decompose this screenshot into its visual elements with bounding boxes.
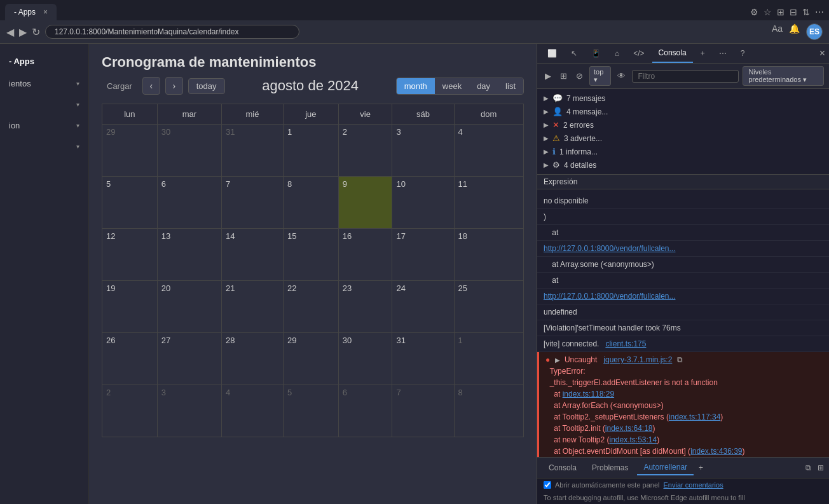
- send-feedback-link[interactable]: Enviar comentarios: [663, 481, 723, 489]
- calendar-day-cell[interactable]: 8: [283, 177, 338, 229]
- calendar-day-cell[interactable]: 2: [102, 385, 158, 437]
- calendar-day-cell[interactable]: 1: [454, 333, 524, 385]
- devtools-tab-inspect[interactable]: ⬜: [541, 44, 563, 62]
- bottom-tab-autofill[interactable]: Autorrellenar: [637, 460, 694, 475]
- today-button[interactable]: today: [188, 78, 225, 94]
- error-link-4[interactable]: index.ts:53:14: [610, 435, 657, 444]
- sidebar-item-2[interactable]: ▾: [0, 95, 88, 114]
- calendar-day-cell[interactable]: 26: [102, 333, 158, 385]
- settings-icon[interactable]: ⚙: [750, 7, 758, 17]
- eye-icon[interactable]: 👁: [615, 70, 628, 82]
- msg-user-messages[interactable]: ▶ 👤 4 mensaje...: [537, 105, 829, 118]
- calendar-day-cell[interactable]: 23: [338, 281, 392, 333]
- calendar-day-cell[interactable]: 30: [157, 125, 221, 177]
- view-week-button[interactable]: week: [435, 78, 469, 94]
- console-link-1[interactable]: http://127.0.0.1:8000/vendor/fullcalen..…: [544, 244, 675, 253]
- bell-icon[interactable]: 🔔: [789, 24, 800, 40]
- calendar-day-cell[interactable]: 11: [454, 177, 524, 229]
- calendar-day-cell[interactable]: 31: [221, 125, 283, 177]
- read-icon[interactable]: Aa: [772, 24, 783, 40]
- layout-icon[interactable]: ⊞: [777, 7, 784, 17]
- collections-icon[interactable]: ⊟: [790, 7, 797, 17]
- expand-icon[interactable]: ⊞: [818, 463, 824, 472]
- calendar-day-cell[interactable]: 12: [102, 229, 158, 281]
- console-link-2[interactable]: http://127.0.0.1:8000/vendor/fullcalen..…: [544, 292, 675, 301]
- calendar-day-cell[interactable]: 18: [454, 229, 524, 281]
- calendar-day-cell[interactable]: 15: [283, 229, 338, 281]
- devtools-tab-more[interactable]: ⋯: [713, 44, 733, 62]
- autofill-checkbox[interactable]: [544, 481, 551, 489]
- user-avatar[interactable]: ES: [806, 24, 823, 40]
- devtools-tab-home[interactable]: ⌂: [608, 44, 626, 62]
- prev-button[interactable]: ‹: [142, 77, 160, 95]
- calendar-day-cell[interactable]: 5: [283, 385, 338, 437]
- calendar-day-cell[interactable]: 7: [221, 177, 283, 229]
- calendar-day-cell[interactable]: 13: [157, 229, 221, 281]
- devtools-close-icon[interactable]: ×: [819, 48, 825, 59]
- msg-all-messages[interactable]: ▶ 💬 7 mensajes: [537, 92, 829, 105]
- msg-warnings[interactable]: ▶ ⚠ 3 adverte...: [537, 132, 829, 145]
- devtools-tab-code[interactable]: </>: [627, 44, 650, 62]
- add-tab-icon[interactable]: +: [699, 463, 703, 472]
- filter-input[interactable]: [632, 70, 739, 83]
- calendar-day-cell[interactable]: 30: [338, 333, 392, 385]
- load-button[interactable]: Cargar: [102, 80, 137, 92]
- error-source-link[interactable]: jquery-3.7.1.min.js:2: [603, 355, 672, 364]
- msg-info[interactable]: ▶ ℹ 1 informa...: [537, 145, 829, 158]
- back-btn[interactable]: ◀: [6, 26, 14, 38]
- calendar-day-cell[interactable]: 29: [283, 333, 338, 385]
- forward-btn[interactable]: ▶: [19, 26, 27, 38]
- calendar-day-cell[interactable]: 20: [157, 281, 221, 333]
- block-icon[interactable]: ⊘: [573, 70, 586, 82]
- calendar-day-cell[interactable]: 25: [454, 281, 524, 333]
- calendar-day-cell[interactable]: 29: [102, 125, 158, 177]
- calendar-day-cell[interactable]: 8: [454, 385, 524, 437]
- calendar-day-cell[interactable]: 17: [392, 229, 454, 281]
- sidebar-item-apps[interactable]: - Apps: [0, 50, 88, 72]
- calendar-day-cell[interactable]: 31: [392, 333, 454, 385]
- sidebar-item-1[interactable]: ientos ▾: [0, 72, 88, 95]
- calendar-day-cell[interactable]: 16: [338, 229, 392, 281]
- bottom-tab-console[interactable]: Consola: [542, 461, 583, 475]
- sidebar-item-4[interactable]: ▾: [0, 137, 88, 156]
- calendar-day-cell[interactable]: 9: [338, 177, 392, 229]
- devtools-tab-help[interactable]: ?: [734, 44, 751, 62]
- calendar-day-cell[interactable]: 24: [392, 281, 454, 333]
- calendar-day-cell[interactable]: 10: [392, 177, 454, 229]
- star-icon[interactable]: ☆: [764, 7, 772, 17]
- tab-close-icon[interactable]: ×: [43, 8, 48, 17]
- more-icon[interactable]: ⋯: [815, 7, 824, 17]
- calendar-day-cell[interactable]: 6: [157, 177, 221, 229]
- layout2-icon[interactable]: ⊞: [558, 70, 570, 82]
- levels-button[interactable]: Niveles predeterminados ▾: [743, 66, 824, 86]
- calendar-day-cell[interactable]: 4: [221, 385, 283, 437]
- view-list-button[interactable]: list: [498, 78, 523, 94]
- devtools-tab-phone[interactable]: 📱: [585, 44, 607, 62]
- calendar-day-cell[interactable]: 5: [102, 177, 158, 229]
- calendar-day-cell[interactable]: 14: [221, 229, 283, 281]
- view-day-button[interactable]: day: [469, 78, 498, 94]
- calendar-day-cell[interactable]: 6: [338, 385, 392, 437]
- next-button[interactable]: ›: [165, 77, 183, 95]
- calendar-day-cell[interactable]: 22: [283, 281, 338, 333]
- url-input[interactable]: [45, 25, 299, 39]
- copy-icon[interactable]: ⧉: [677, 355, 683, 364]
- detach-icon[interactable]: ⧉: [805, 463, 811, 472]
- vite-link[interactable]: client.ts:175: [605, 339, 646, 348]
- active-tab[interactable]: - Apps ×: [5, 4, 57, 20]
- calendar-day-cell[interactable]: 7: [392, 385, 454, 437]
- calendar-day-cell[interactable]: 21: [221, 281, 283, 333]
- error-link-2[interactable]: index.ts:117:34: [669, 412, 720, 421]
- error-link-3[interactable]: index.ts:64:18: [605, 424, 653, 433]
- calendar-day-cell[interactable]: 28: [221, 333, 283, 385]
- refresh-btn[interactable]: ↻: [32, 26, 40, 38]
- calendar-day-cell[interactable]: 19: [102, 281, 158, 333]
- devtools-tab-cursor[interactable]: ↖: [565, 44, 584, 62]
- msg-details[interactable]: ▶ ⚙ 4 detalles: [537, 158, 829, 172]
- view-month-button[interactable]: month: [397, 78, 435, 94]
- calendar-day-cell[interactable]: 1: [283, 125, 338, 177]
- devtools-tab-console[interactable]: Consola: [652, 44, 693, 63]
- calendar-day-cell[interactable]: 27: [157, 333, 221, 385]
- play-icon[interactable]: ▶: [542, 70, 554, 82]
- calendar-day-cell[interactable]: 3: [392, 125, 454, 177]
